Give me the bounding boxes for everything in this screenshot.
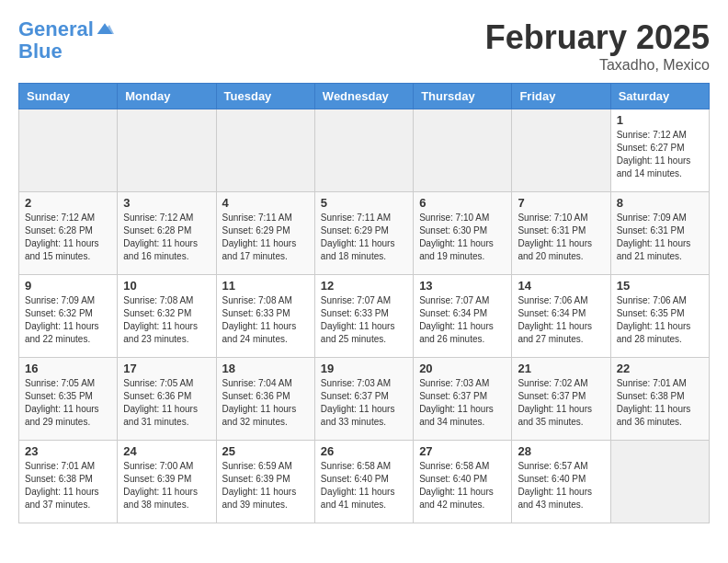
calendar-cell: 16Sunrise: 7:05 AM Sunset: 6:35 PM Dayli… (19, 358, 118, 441)
logo-blue: Blue (18, 40, 114, 63)
day-number: 17 (123, 362, 210, 375)
calendar-cell (216, 109, 314, 192)
day-info: Sunrise: 7:01 AM Sunset: 6:38 PM Dayligh… (25, 460, 111, 511)
day-info: Sunrise: 7:09 AM Sunset: 6:31 PM Dayligh… (617, 212, 703, 263)
calendar-cell: 9Sunrise: 7:09 AM Sunset: 6:32 PM Daylig… (19, 275, 118, 358)
day-number: 11 (222, 279, 309, 293)
logo: General Blue (18, 18, 114, 63)
day-number: 3 (123, 196, 210, 210)
calendar-cell: 4Sunrise: 7:11 AM Sunset: 6:29 PM Daylig… (216, 192, 314, 275)
day-info: Sunrise: 7:06 AM Sunset: 6:34 PM Dayligh… (518, 294, 604, 346)
calendar-cell: 22Sunrise: 7:01 AM Sunset: 6:38 PM Dayli… (610, 358, 709, 441)
day-info: Sunrise: 7:11 AM Sunset: 6:29 PM Dayligh… (222, 212, 309, 263)
day-info: Sunrise: 7:03 AM Sunset: 6:37 PM Dayligh… (419, 377, 506, 429)
calendar-cell: 8Sunrise: 7:09 AM Sunset: 6:31 PM Daylig… (610, 192, 709, 275)
title-block: February 2025 Taxadho, Mexico (485, 18, 710, 74)
day-info: Sunrise: 7:08 AM Sunset: 6:33 PM Dayligh… (222, 294, 309, 346)
calendar-week-row: 23Sunrise: 7:01 AM Sunset: 6:38 PM Dayli… (19, 441, 710, 523)
day-info: Sunrise: 7:09 AM Sunset: 6:32 PM Dayligh… (25, 294, 111, 346)
calendar-week-row: 1Sunrise: 7:12 AM Sunset: 6:27 PM Daylig… (19, 109, 710, 192)
calendar-cell: 10Sunrise: 7:08 AM Sunset: 6:32 PM Dayli… (118, 275, 216, 358)
weekday-header: Friday (512, 84, 610, 109)
day-number: 10 (123, 279, 210, 293)
day-number: 28 (518, 444, 604, 458)
page-header: General Blue February 2025 Taxadho, Mexi… (18, 18, 710, 74)
calendar-cell: 2Sunrise: 7:12 AM Sunset: 6:28 PM Daylig… (19, 192, 118, 275)
logo-icon (96, 20, 114, 39)
calendar-cell (19, 109, 118, 192)
calendar-cell: 12Sunrise: 7:07 AM Sunset: 6:33 PM Dayli… (314, 275, 413, 358)
weekday-header: Thursday (414, 84, 512, 109)
calendar-cell: 3Sunrise: 7:12 AM Sunset: 6:28 PM Daylig… (118, 192, 216, 275)
month-title: February 2025 (485, 18, 710, 57)
calendar-cell: 25Sunrise: 6:59 AM Sunset: 6:39 PM Dayli… (216, 441, 314, 523)
day-number: 1 (617, 113, 703, 127)
calendar-week-row: 2Sunrise: 7:12 AM Sunset: 6:28 PM Daylig… (19, 192, 710, 275)
day-number: 25 (222, 444, 309, 458)
day-number: 23 (25, 444, 111, 458)
weekday-header: Wednesday (314, 84, 413, 109)
calendar-cell: 18Sunrise: 7:04 AM Sunset: 6:36 PM Dayli… (216, 358, 314, 441)
day-info: Sunrise: 7:01 AM Sunset: 6:38 PM Dayligh… (617, 377, 703, 429)
logo-text: General (18, 18, 94, 40)
day-info: Sunrise: 7:03 AM Sunset: 6:37 PM Dayligh… (321, 377, 407, 429)
calendar-cell: 28Sunrise: 6:57 AM Sunset: 6:40 PM Dayli… (512, 441, 610, 523)
weekday-header: Monday (118, 84, 216, 109)
day-number: 14 (518, 279, 604, 293)
day-number: 7 (518, 196, 604, 210)
day-number: 26 (321, 444, 407, 458)
calendar-cell (314, 109, 413, 192)
calendar-table: SundayMondayTuesdayWednesdayThursdayFrid… (18, 83, 710, 523)
day-info: Sunrise: 7:10 AM Sunset: 6:31 PM Dayligh… (518, 212, 604, 263)
weekday-header: Sunday (19, 84, 118, 109)
day-info: Sunrise: 7:10 AM Sunset: 6:30 PM Dayligh… (419, 212, 506, 263)
calendar-cell: 26Sunrise: 6:58 AM Sunset: 6:40 PM Dayli… (314, 441, 413, 523)
day-info: Sunrise: 7:06 AM Sunset: 6:35 PM Dayligh… (617, 294, 703, 346)
weekday-header: Tuesday (216, 84, 314, 109)
calendar-cell (118, 109, 216, 192)
day-info: Sunrise: 6:58 AM Sunset: 6:40 PM Dayligh… (321, 460, 407, 511)
calendar-cell: 19Sunrise: 7:03 AM Sunset: 6:37 PM Dayli… (314, 358, 413, 441)
calendar-cell: 21Sunrise: 7:02 AM Sunset: 6:37 PM Dayli… (512, 358, 610, 441)
day-number: 19 (321, 362, 407, 375)
day-number: 12 (321, 279, 407, 293)
day-info: Sunrise: 7:02 AM Sunset: 6:37 PM Dayligh… (518, 377, 604, 429)
day-info: Sunrise: 7:00 AM Sunset: 6:39 PM Dayligh… (123, 460, 210, 511)
calendar-cell: 7Sunrise: 7:10 AM Sunset: 6:31 PM Daylig… (512, 192, 610, 275)
calendar-cell: 14Sunrise: 7:06 AM Sunset: 6:34 PM Dayli… (512, 275, 610, 358)
calendar-cell (414, 109, 512, 192)
day-number: 13 (419, 279, 506, 293)
weekday-header: Saturday (610, 84, 709, 109)
day-number: 22 (617, 362, 703, 375)
calendar-cell: 23Sunrise: 7:01 AM Sunset: 6:38 PM Dayli… (19, 441, 118, 523)
calendar-cell: 20Sunrise: 7:03 AM Sunset: 6:37 PM Dayli… (414, 358, 512, 441)
day-number: 16 (25, 362, 111, 375)
day-number: 5 (321, 196, 407, 210)
day-info: Sunrise: 7:08 AM Sunset: 6:32 PM Dayligh… (123, 294, 210, 346)
day-number: 2 (25, 196, 111, 210)
calendar-cell: 17Sunrise: 7:05 AM Sunset: 6:36 PM Dayli… (118, 358, 216, 441)
day-number: 8 (617, 196, 703, 210)
calendar-cell: 24Sunrise: 7:00 AM Sunset: 6:39 PM Dayli… (118, 441, 216, 523)
day-number: 15 (617, 279, 703, 293)
day-number: 18 (222, 362, 309, 375)
calendar-cell: 1Sunrise: 7:12 AM Sunset: 6:27 PM Daylig… (610, 109, 709, 192)
day-info: Sunrise: 7:05 AM Sunset: 6:35 PM Dayligh… (25, 377, 111, 429)
day-info: Sunrise: 7:07 AM Sunset: 6:34 PM Dayligh… (419, 294, 506, 346)
day-info: Sunrise: 7:05 AM Sunset: 6:36 PM Dayligh… (123, 377, 210, 429)
calendar-week-row: 9Sunrise: 7:09 AM Sunset: 6:32 PM Daylig… (19, 275, 710, 358)
calendar-cell (610, 441, 709, 523)
calendar-cell: 5Sunrise: 7:11 AM Sunset: 6:29 PM Daylig… (314, 192, 413, 275)
day-info: Sunrise: 7:07 AM Sunset: 6:33 PM Dayligh… (321, 294, 407, 346)
day-number: 21 (518, 362, 604, 375)
location: Taxadho, Mexico (485, 57, 710, 74)
day-number: 9 (25, 279, 111, 293)
day-info: Sunrise: 7:12 AM Sunset: 6:28 PM Dayligh… (123, 212, 210, 263)
calendar-cell: 13Sunrise: 7:07 AM Sunset: 6:34 PM Dayli… (414, 275, 512, 358)
calendar-header-row: SundayMondayTuesdayWednesdayThursdayFrid… (19, 84, 710, 109)
calendar-cell (512, 109, 610, 192)
calendar-week-row: 16Sunrise: 7:05 AM Sunset: 6:35 PM Dayli… (19, 358, 710, 441)
day-info: Sunrise: 7:11 AM Sunset: 6:29 PM Dayligh… (321, 212, 407, 263)
calendar-cell: 15Sunrise: 7:06 AM Sunset: 6:35 PM Dayli… (610, 275, 709, 358)
day-number: 20 (419, 362, 506, 375)
